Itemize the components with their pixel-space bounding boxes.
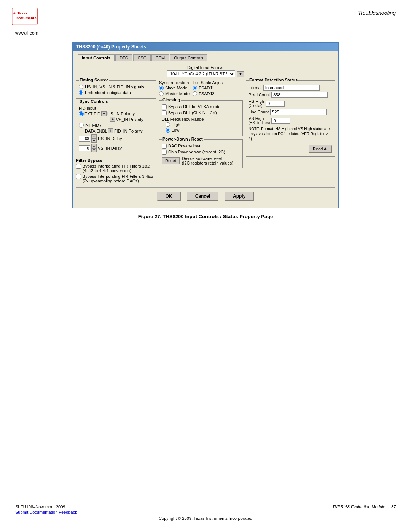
hs-delay-up[interactable]: ▲ <box>91 134 97 139</box>
submit-documentation-feedback-link[interactable]: Submit Documentation Feedback <box>15 510 77 514</box>
tab-output-controls[interactable]: Output Controls <box>170 54 207 61</box>
dll-range-label: DLL Frequency Range <box>162 117 240 121</box>
timing-embedded-label: Embedded in digital data <box>85 90 131 95</box>
bypass-dll-vesa-row: Bypass DLL for VESA mode <box>162 104 240 109</box>
filter-bypass-1-checkbox[interactable] <box>76 164 81 169</box>
middle-column: Synchronization Slave Mode Master Mode <box>159 80 243 184</box>
timing-radio-hs-input[interactable] <box>79 85 83 89</box>
i2c-retain-label: (I2C registers retain values) <box>182 161 233 165</box>
vs-delay-row: ▲ ▼ VS_IN Delay <box>79 144 153 152</box>
dll-high-label: High <box>172 122 180 127</box>
figure-caption: Figure 27. THS8200 Input Controls / Stat… <box>15 214 396 219</box>
chip-power-down-row: Chip Power-down (except I2C) <box>162 150 240 155</box>
dac-power-down-checkbox[interactable] <box>162 144 167 149</box>
tab-dtg[interactable]: DTG <box>115 54 132 61</box>
svg-text:⚛: ⚛ <box>13 12 16 15</box>
digital-input-format-select[interactable]: 10-bit YCbCr 4:2:2 (ITU-R BT.656) <box>167 70 235 77</box>
fsadj1-radio[interactable] <box>193 86 197 90</box>
vs-high-label-block: VS High (HS +edges) <box>249 116 270 125</box>
dll-high-radio[interactable] <box>166 122 170 127</box>
hs-polarity-label: HS_IN Polarity <box>107 112 135 116</box>
tab-csc[interactable]: CSC <box>133 54 150 61</box>
vs-delay-input[interactable] <box>79 145 90 151</box>
fid-polarity-label: FID_IN Polarity <box>114 129 143 133</box>
dac-power-down-label: DAC Power-down <box>168 144 201 148</box>
hs-high-label-block: HS High (Clocks) <box>249 99 264 108</box>
fsadj1-row: FSADJ1 <box>193 86 224 90</box>
timing-radio-embedded-input[interactable] <box>79 90 83 95</box>
vs-polarity-btn[interactable]: + <box>110 117 115 122</box>
pixel-count-row: Pixel Count <box>249 92 332 98</box>
fid-input-label: FID Input <box>79 106 153 110</box>
timing-source-group: Timing Source HS_IN, VS_IN & FID_IN sign… <box>76 80 156 99</box>
page-footer: SLEU108–November 2009 Submit Documentati… <box>0 502 411 521</box>
bypass-dll-vesa-checkbox[interactable] <box>162 104 167 109</box>
fsadj2-radio[interactable] <box>193 91 197 96</box>
full-scale-adjust-section: Full-Scale Adjust FSADJ1 FSADJ2 <box>193 80 224 97</box>
power-down-group: Power-Down / Reset DAC Power-down Chip P… <box>159 139 243 168</box>
reset-button[interactable]: Reset <box>162 157 180 164</box>
sync-title: Synchronization <box>159 80 190 85</box>
read-all-button[interactable]: Read All <box>309 145 332 153</box>
dropdown-arrow-btn[interactable]: ▼ <box>237 71 244 77</box>
hs-delay-down[interactable]: ▼ <box>91 139 97 143</box>
footer-row: SLEU108–November 2009 Submit Documentati… <box>15 505 396 514</box>
digital-input-format-row: 10-bit YCbCr 4:2:2 (ITU-R BT.656) ▼ <box>76 70 335 77</box>
timing-source-content: HS_IN, VS_IN & FID_IN signals Embedded i… <box>79 85 153 95</box>
data-enbl-row: DATA ENBL + FID_IN Polarity <box>79 128 153 133</box>
vs-high-row: VS High (HS +edges) <box>249 116 332 125</box>
bypass-dll-2x-label: Bypass DLL (CLKIN = 2X) <box>168 110 217 115</box>
master-mode-radio[interactable] <box>159 91 164 96</box>
format-detection-status-group: Format Detection Status Format Pixel Cou… <box>246 80 335 157</box>
clocking-title: Clocking <box>162 97 181 102</box>
fsa-title: Full-Scale Adjust <box>193 80 224 85</box>
vs-delay-up[interactable]: ▲ <box>91 144 97 148</box>
chip-power-down-checkbox[interactable] <box>162 150 167 155</box>
sync-controls-group: Sync Controls FID Input EXT FID + HS_IN … <box>76 102 156 155</box>
dialog-title-bar: THS8200 (0x40) Property Sheets <box>73 43 338 51</box>
filter-bypass-1-row: Bypass Interpolating FIR Filters 1&2(4:2… <box>76 164 156 173</box>
ext-fid-radio[interactable] <box>79 111 84 116</box>
footer-right-block: TVP5158 Evaluation Module 37 <box>332 505 396 509</box>
filter-bypass-2-checkbox[interactable] <box>76 174 81 179</box>
digital-input-format-section: Digital Input Format 10-bit YCbCr 4:2:2 … <box>76 65 335 77</box>
device-reset-label: Device software reset <box>182 156 233 161</box>
hs-polarity-btn[interactable]: + <box>101 111 107 116</box>
svg-text:Texas: Texas <box>18 11 28 15</box>
vs-delay-down[interactable]: ▼ <box>91 148 97 152</box>
hs-high-input <box>266 101 285 107</box>
bypass-dll-2x-checkbox[interactable] <box>162 110 167 115</box>
power-down-content: DAC Power-down Chip Power-down (except I… <box>162 144 240 165</box>
cancel-button[interactable]: Cancel <box>187 192 218 201</box>
line-count-input <box>270 109 327 115</box>
three-column-layout: Timing Source HS_IN, VS_IN & FID_IN sign… <box>76 80 335 184</box>
fds-note: NOTE: Format, HS High and VS High status… <box>249 126 332 141</box>
dll-low-radio[interactable] <box>166 128 170 133</box>
bypass-dll-vesa-label: Bypass DLL for VESA mode <box>168 104 220 109</box>
timing-source-title: Timing Source <box>79 78 109 82</box>
slave-mode-radio[interactable] <box>159 86 164 90</box>
fsadj1-label: FSADJ1 <box>199 86 214 90</box>
read-all-container: Read All <box>249 144 332 153</box>
footer-left-block: SLEU108–November 2009 Submit Documentati… <box>15 505 77 514</box>
tab-csm[interactable]: CSM <box>151 54 169 61</box>
slave-mode-row: Slave Mode <box>159 86 190 90</box>
line-count-label: Line Count <box>249 110 269 114</box>
fid-polarity-btn[interactable]: + <box>108 128 113 133</box>
hs-delay-input[interactable] <box>79 136 90 142</box>
int-fid-radio[interactable] <box>79 123 84 128</box>
fsadj2-label: FSADJ2 <box>199 91 214 96</box>
section-title: Troubleshooting <box>358 7 396 16</box>
dialog-title: THS8200 (0x40) Property Sheets <box>76 44 146 50</box>
bypass-dll-2x-row: Bypass DLL (CLKIN = 2X) <box>162 110 240 115</box>
dialog-body: Input Controls DTG CSC CSM Output Contro… <box>73 51 338 208</box>
apply-button[interactable]: Apply <box>225 192 254 201</box>
page-header: ⚛ Texas Instruments Troubleshooting <box>0 0 411 30</box>
format-label: Format <box>249 85 262 90</box>
logo-area: ⚛ Texas Instruments <box>11 7 38 26</box>
clocking-group: Clocking Bypass DLL for VESA mode Bypass… <box>159 100 243 136</box>
tab-input-controls[interactable]: Input Controls <box>78 54 115 61</box>
main-content: THS8200 (0x40) Property Sheets Input Con… <box>0 38 411 227</box>
clocking-content: Bypass DLL for VESA mode Bypass DLL (CLK… <box>162 104 240 133</box>
ok-button[interactable]: OK <box>157 192 181 201</box>
